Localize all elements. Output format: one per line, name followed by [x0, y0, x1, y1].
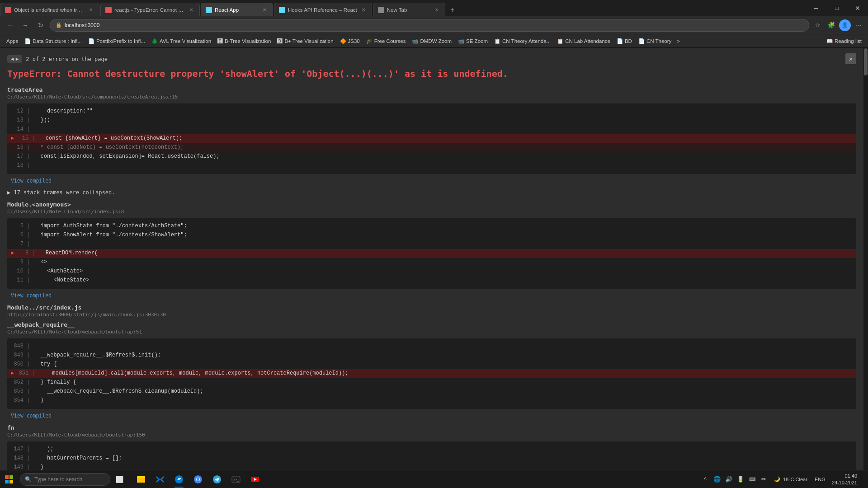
tab-close-2[interactable]: ✕ [188, 6, 195, 14]
keyboard-icon[interactable]: ⌨ [747, 474, 758, 485]
tab-close-1[interactable]: ✕ [87, 6, 94, 14]
tab-2[interactable]: reactjs - TypeError: Cannot destr... ✕ [100, 3, 200, 16]
bookmark-12[interactable]: 📄 BD [614, 37, 635, 45]
svg-point-11 [197, 478, 199, 481]
vscode-icon [155, 474, 165, 484]
bookmark-label-7: Free Courses [374, 38, 406, 44]
taskbar-edge-icon[interactable] [170, 470, 188, 488]
file-path-4: C:/Users/KIIT/Note-Cloud/webpack/bootstr… [7, 329, 856, 335]
view-compiled-4[interactable]: View compiled [7, 413, 856, 419]
view-compiled-2[interactable]: View compiled [7, 292, 856, 299]
bookmark-9[interactable]: 📹 SE Zoom [455, 37, 491, 45]
bookmark-label-3: AVL Tree Visualization [160, 38, 211, 44]
bookmark-8[interactable]: 📹 DMDW Zoom [409, 37, 454, 45]
bookmark-label-5: B+ Tree Visualization [284, 38, 333, 44]
bookmark-icon-10: 📋 [494, 38, 500, 44]
weather-widget[interactable]: 🌙 18°C Clear [771, 475, 810, 483]
start-button[interactable] [0, 470, 18, 488]
bookmark-icon-8: 📹 [412, 38, 418, 44]
error-arrow-4: ▶ [11, 369, 14, 378]
forward-button[interactable]: → [19, 19, 32, 32]
browser-menu-icon[interactable]: ⋯ [853, 19, 864, 31]
bookmark-apps[interactable]: Apps [4, 38, 21, 45]
taskbar-youtube-icon[interactable] [246, 470, 264, 488]
chevron-up-icon[interactable]: ^ [700, 474, 711, 485]
taskbar-chrome-icon[interactable] [189, 470, 207, 488]
tab-5[interactable]: New Tab ✕ [373, 3, 445, 16]
error-close-button[interactable]: ✕ [845, 53, 856, 64]
bookmark-1[interactable]: 📄 Data Structure : Infi... [22, 37, 85, 45]
windows-logo-icon [5, 475, 13, 483]
code-line-17: 17 | const[isExpanded, setExpansion]= Re… [7, 152, 856, 161]
error-section-4: __webpack_require__ C:/Users/KIIT/Note-C… [7, 321, 856, 419]
file-explorer-icon [136, 474, 146, 484]
tab-4[interactable]: Hooks API Reference – React ✕ [274, 3, 372, 16]
pen-icon[interactable]: ✏ [759, 474, 769, 485]
tab-close-4[interactable]: ✕ [360, 6, 367, 14]
task-view-button[interactable]: ⬜ [110, 470, 128, 488]
code-line-14: 14 | [7, 125, 856, 134]
svg-rect-0 [5, 475, 9, 479]
window-minimize[interactable]: ─ [806, 0, 826, 16]
bookmark-star-icon[interactable]: ☆ [812, 19, 824, 31]
reading-list-label: Reading list [835, 38, 862, 44]
bookmark-11[interactable]: 📋 CN Lab Attendance [554, 37, 613, 45]
reload-button[interactable]: ↻ [34, 19, 47, 32]
stack-frames-text: ▶ 17 stack frames were collapsed. [7, 189, 115, 196]
network-icon[interactable]: 🌐 [712, 474, 722, 485]
windows-taskbar: 🔍 Type here to search ⬜ [0, 470, 868, 488]
taskbar-telegram-icon[interactable] [208, 470, 226, 488]
taskbar-terminal-icon[interactable]: >>_ [227, 470, 245, 488]
component-name-2: Module.<anonymous> [7, 201, 856, 208]
taskbar-clock[interactable]: 01:40 29-10-2021 [830, 472, 859, 487]
code-line-s4-852: 852 | } finally { [7, 378, 856, 387]
reading-list-button[interactable]: 📖 Reading list [824, 37, 864, 45]
language-indicator[interactable]: ENG [812, 476, 828, 483]
code-block-1: 12 | description:"" 13 | }); 14 | [7, 103, 856, 174]
code-line-s5-147: 147 | ); [7, 445, 856, 454]
bookmark-10[interactable]: 📋 CN Theory Attenda... [491, 37, 553, 45]
bookmark-label-13: CN Theory [646, 38, 671, 44]
bookmark-5[interactable]: 🅱 B+ Tree Visualization [274, 38, 336, 45]
show-desktop-button[interactable] [861, 470, 864, 488]
clock-time: 01:40 [844, 473, 857, 479]
code-block-5: 147 | ); 148 | hotCurrentParents = []; 1… [7, 441, 856, 470]
file-path-3: http://localhost:3000/static/js/main.chu… [7, 312, 856, 318]
window-close[interactable]: ✕ [847, 0, 868, 16]
address-input-container[interactable]: 🔒 localhost:3000 [50, 19, 809, 32]
edge-icon [174, 474, 184, 484]
tab-close-5[interactable]: ✕ [433, 6, 440, 14]
code-line-s2-8: ▶ 8 | ReactDOM.render( [7, 249, 856, 258]
browser-content: ◀ ▶ 2 of 2 errors on the page ✕ TypeErro… [0, 48, 868, 470]
taskbar-vscode-icon[interactable] [151, 470, 169, 488]
bookmarks-more-button[interactable]: » [675, 37, 682, 45]
taskbar-search[interactable]: 🔍 Type here to search [20, 473, 110, 486]
file-path-5: C:/Users/KIIT/Note-Cloud/webpack/bootstr… [7, 432, 856, 438]
scrollbar-thumb[interactable] [864, 48, 868, 75]
telegram-icon [212, 474, 222, 484]
volume-icon[interactable]: 🔊 [723, 474, 734, 485]
window-maximize[interactable]: □ [826, 0, 847, 16]
tab-3[interactable]: React App ✕ [201, 3, 273, 16]
error-nav-prev[interactable]: ◀ [11, 56, 14, 62]
back-button[interactable]: ← [4, 19, 16, 32]
view-compiled-1[interactable]: View compiled [7, 178, 856, 184]
scrollbar-track[interactable] [863, 48, 868, 470]
bookmark-4[interactable]: 🅱 B-Tree Visualization [215, 38, 274, 45]
bookmark-2[interactable]: 📄 Postfix/Prefix to Infi... [85, 37, 148, 45]
stack-frames-collapsed[interactable]: ▶ 17 stack frames were collapsed. [7, 189, 856, 196]
profile-icon[interactable]: 👤 [839, 19, 851, 31]
taskbar-explorer-icon[interactable] [132, 470, 150, 488]
error-nav[interactable]: ◀ ▶ [7, 55, 22, 63]
error-arrow-1: ▶ [11, 134, 14, 143]
extensions-icon[interactable]: 🧩 [826, 19, 837, 31]
error-nav-next[interactable]: ▶ [16, 56, 19, 62]
bookmark-13[interactable]: 📄 CN Theory [636, 37, 674, 45]
bookmark-6[interactable]: 🔶 JS30 [337, 37, 363, 45]
battery-icon[interactable]: 🔋 [735, 474, 746, 485]
bookmark-7[interactable]: 🎓 Free Courses [363, 37, 409, 45]
tab-close-3[interactable]: ✕ [261, 6, 268, 14]
bookmark-3[interactable]: 🌲 AVL Tree Visualization [149, 37, 214, 45]
new-tab-button[interactable]: + [446, 4, 459, 16]
tab-1[interactable]: Object is undefined when trying ✕ [0, 3, 99, 16]
